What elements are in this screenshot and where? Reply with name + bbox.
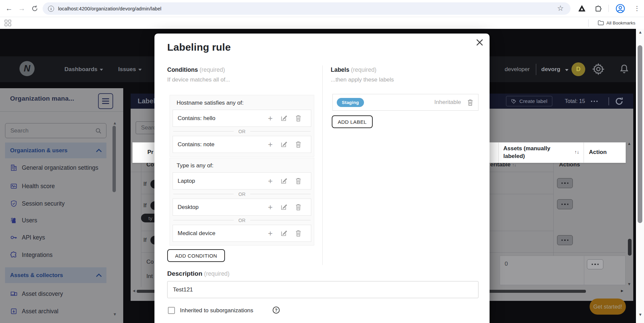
bookmark-star-icon[interactable]: ☆	[555, 3, 566, 14]
header-col-action[interactable]: Action	[589, 149, 607, 156]
edit-icon[interactable]	[280, 204, 287, 211]
page-scroll-up-icon[interactable]: ▲	[638, 30, 642, 34]
trash-icon[interactable]	[295, 177, 302, 184]
edit-icon[interactable]	[280, 141, 287, 148]
sidebar-search-input[interactable]	[5, 127, 95, 134]
trash-icon[interactable]	[467, 99, 473, 106]
add-icon[interactable]: +	[268, 141, 273, 149]
inherited-checkbox-label[interactable]: Inherited to suborganizations	[180, 307, 253, 314]
selected-label-row: Staging Inheritable	[332, 94, 478, 111]
trash-icon[interactable]	[295, 204, 302, 211]
sidebar-section-organization-users[interactable]: Organization & users	[5, 143, 106, 158]
page-scrollbar-thumb[interactable]	[638, 45, 642, 223]
condition-value: Contains: hello	[173, 115, 268, 122]
trash-icon[interactable]	[295, 230, 302, 237]
sidebar-collapse-button[interactable]	[98, 93, 113, 109]
all-bookmarks-label[interactable]: All Bookmarks	[606, 20, 635, 25]
extensions-puzzle-icon[interactable]	[594, 5, 602, 12]
condition-row: Medical device +	[173, 225, 311, 242]
hscroll-left-icon[interactable]: ◄	[132, 289, 136, 293]
app-logo-icon[interactable]: N	[19, 61, 35, 76]
address-bar[interactable]: i localhost:4200/organization/devorg/adm…	[43, 2, 570, 15]
close-icon[interactable]	[473, 36, 486, 49]
condition-value: Medical device	[173, 230, 268, 237]
org-settings-icon	[10, 164, 17, 171]
api-keys-icon	[10, 234, 17, 241]
hscroll-right-icon[interactable]: ►	[620, 289, 624, 293]
sidebar-search[interactable]	[5, 123, 106, 138]
trash-icon[interactable]	[295, 141, 302, 148]
extension-a-icon[interactable]	[578, 5, 586, 12]
more-options-icon[interactable]	[591, 101, 598, 102]
inheritable-label: Inheritable	[434, 99, 461, 106]
edit-icon[interactable]	[280, 115, 287, 122]
asset-discovery-icon	[10, 290, 17, 298]
rule-row-prefix: If	[143, 202, 146, 209]
row-actions-button[interactable]	[557, 235, 573, 245]
forward-icon[interactable]: →	[16, 3, 28, 14]
row-actions-button[interactable]	[587, 259, 603, 269]
create-label-button[interactable]: Create label	[506, 96, 552, 106]
condition-row: Contains: hello +	[173, 110, 311, 127]
row-actions-button[interactable]	[557, 199, 573, 209]
row-actions-button[interactable]	[557, 178, 573, 188]
header-col-product[interactable]: Pr	[147, 149, 153, 156]
toolbar-separator	[608, 5, 609, 12]
conditions-heading: Conditions (required)	[167, 66, 225, 73]
inherited-checkbox[interactable]	[168, 307, 175, 314]
sort-icon[interactable]: ↑↓	[512, 163, 516, 167]
user-avatar[interactable]: D	[571, 62, 585, 76]
bell-icon[interactable]	[618, 63, 630, 75]
vscroll-thumb[interactable]	[628, 239, 632, 256]
add-condition-button[interactable]: ADD CONDITION	[167, 249, 225, 262]
sidebar-item-asset-discovery[interactable]: Asset discovery	[10, 289, 63, 298]
add-label-button[interactable]: ADD LABEL	[332, 115, 373, 128]
vscroll-up-icon[interactable]: ▲	[627, 142, 631, 146]
reload-icon[interactable]	[29, 3, 40, 14]
add-icon[interactable]: +	[268, 203, 273, 211]
gear-icon[interactable]	[592, 63, 605, 75]
modal-column-divider	[322, 65, 323, 265]
edit-icon[interactable]	[280, 230, 287, 237]
description-input[interactable]	[167, 281, 478, 298]
health-score-icon	[10, 182, 17, 190]
nav-menu-issues[interactable]: Issues	[118, 66, 142, 73]
sidebar-item-users[interactable]: Users	[10, 216, 37, 225]
sidebar-scrollbar-thumb[interactable]	[112, 126, 116, 192]
sidebar-scroll-down-icon[interactable]: ▼	[113, 312, 117, 316]
sidebar-item-asset-archival[interactable]: Asset archival	[10, 307, 58, 316]
trash-icon[interactable]	[295, 115, 302, 122]
label-chip-staging[interactable]: Staging	[337, 98, 364, 107]
add-icon[interactable]: +	[268, 177, 273, 185]
page-scrollbar[interactable]: ▲ ▼	[636, 29, 644, 323]
url-text[interactable]: localhost:4200/organization/devorg/admin…	[58, 6, 162, 11]
nav-org-selector[interactable]: devorg	[541, 66, 560, 73]
sidebar-item-general-organization-settings[interactable]: General organization settings	[10, 163, 98, 172]
sidebar-item-health-score[interactable]: Health score	[10, 182, 55, 191]
browser-menu-icon[interactable]: ⋮	[631, 3, 643, 14]
get-started-button[interactable]: Get started!	[590, 299, 626, 315]
nav-menu-dashboards[interactable]: Dashboards	[64, 66, 103, 73]
sidebar-item-integrations[interactable]: Integrations	[10, 251, 52, 259]
sort-icon[interactable]: ↑↓	[574, 149, 579, 155]
back-icon[interactable]: ←	[3, 3, 15, 14]
apps-grid-icon[interactable]	[5, 20, 11, 26]
profile-avatar-icon[interactable]	[615, 4, 625, 13]
site-info-icon[interactable]: i	[48, 6, 54, 12]
rule-row-prefix: If	[143, 237, 146, 244]
sidebar-item-session-security[interactable]: Session security	[10, 199, 64, 208]
condition-group-type: Type is any of: Laptop + OR Desktop +	[170, 158, 314, 246]
add-icon[interactable]: +	[268, 229, 273, 237]
sidebar-section-assets-collectors[interactable]: Assets & collectors	[5, 267, 106, 283]
header-col-assets[interactable]: Assets (manually labeled)	[503, 145, 570, 160]
vscroll-down-icon[interactable]: ▼	[627, 282, 631, 286]
page-scroll-down-icon[interactable]: ▼	[638, 313, 642, 317]
sidebar-item-api-keys[interactable]: API keys	[10, 233, 45, 242]
sidebar-scroll-up-icon[interactable]: ▲	[113, 121, 117, 125]
chevron-down-icon[interactable]	[565, 69, 568, 71]
chevron-up-icon	[96, 273, 102, 277]
help-icon[interactable]: ?	[273, 307, 280, 314]
edit-icon[interactable]	[280, 177, 287, 184]
add-icon[interactable]: +	[268, 114, 273, 122]
refresh-icon[interactable]	[614, 96, 624, 106]
